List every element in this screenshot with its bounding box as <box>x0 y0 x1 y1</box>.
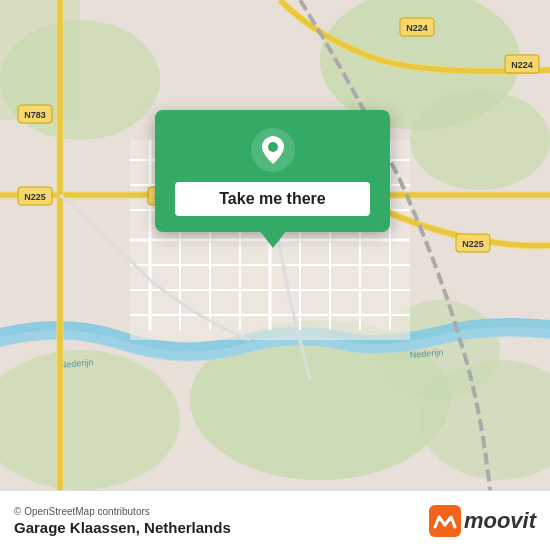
svg-text:N225: N225 <box>462 239 484 249</box>
svg-text:N224: N224 <box>511 60 533 70</box>
take-me-there-button[interactable]: Take me there <box>175 182 370 216</box>
bottom-bar: © OpenStreetMap contributors Garage Klaa… <box>0 490 550 550</box>
map-container[interactable]: Nederijn Nederijn <box>0 0 550 490</box>
moovit-logo[interactable]: moovit <box>429 505 536 537</box>
svg-text:N783: N783 <box>24 110 46 120</box>
popup-card: Take me there <box>155 110 390 232</box>
bottom-info: © OpenStreetMap contributors Garage Klaa… <box>14 506 231 536</box>
svg-point-45 <box>268 142 278 152</box>
location-pin-icon <box>251 128 295 172</box>
svg-rect-4 <box>0 0 80 120</box>
svg-text:N224: N224 <box>406 23 428 33</box>
moovit-brand-text: moovit <box>464 508 536 534</box>
moovit-icon <box>429 505 461 537</box>
location-name: Garage Klaassen, Netherlands <box>14 519 231 536</box>
svg-rect-46 <box>429 505 461 537</box>
svg-point-2 <box>410 90 550 190</box>
svg-text:N225: N225 <box>24 192 46 202</box>
osm-attribution: © OpenStreetMap contributors <box>14 506 231 517</box>
